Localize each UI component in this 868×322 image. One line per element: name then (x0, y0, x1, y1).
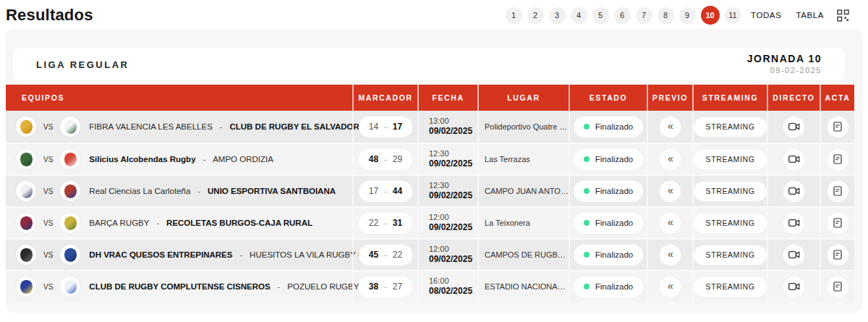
previo-button[interactable]: « (660, 181, 681, 202)
match-time: 12:00 (429, 212, 449, 222)
page-button-6[interactable]: 6 (614, 7, 631, 24)
previo-button[interactable]: « (660, 245, 681, 266)
match-time: 13:00 (429, 116, 449, 126)
page-button-5[interactable]: 5 (592, 7, 609, 24)
page-button-4[interactable]: 4 (571, 7, 587, 24)
directo-button[interactable] (783, 245, 804, 266)
previo-button[interactable]: « (660, 116, 681, 137)
video-camera-icon (788, 250, 800, 259)
streaming-cell: STREAMING (692, 144, 767, 174)
away-team-crest (64, 120, 77, 134)
status-dot-icon (584, 252, 590, 258)
streaming-button[interactable]: STREAMING (694, 150, 767, 169)
directo-button[interactable] (783, 149, 804, 170)
streaming-button[interactable]: STREAMING (694, 117, 767, 137)
top-bar: Resultados 1234567891011 TODAS TABLA (0, 0, 868, 29)
acta-button[interactable] (827, 116, 848, 137)
streaming-cell: STREAMING (692, 208, 767, 238)
document-icon (833, 186, 842, 196)
score-cell: 45 - 22 (352, 240, 417, 270)
acta-button[interactable] (827, 181, 848, 202)
acta-button[interactable] (827, 149, 848, 170)
status-badge: Finalizado (574, 116, 643, 137)
table-body: VS FIBRA VALENCIA LES ABELLES - CLUB DE … (6, 111, 854, 302)
page-button-3[interactable]: 3 (549, 7, 566, 24)
home-team-name: DH VRAC QUESOS ENTREPINARES (89, 250, 232, 259)
todas-button[interactable]: TODAS (751, 11, 781, 20)
score-cell: 14 - 17 (352, 111, 417, 143)
away-team-logo (60, 276, 80, 297)
page-button-2[interactable]: 2 (527, 7, 544, 24)
score-pill[interactable]: 17 - 44 (359, 181, 412, 202)
previo-button[interactable]: « (660, 149, 681, 170)
previo-cell: « (647, 176, 692, 206)
directo-button[interactable] (783, 213, 804, 234)
venue-cell: Las Terrazas (477, 144, 569, 174)
column-header-marcador: MARCADOR (352, 85, 417, 111)
acta-button[interactable] (827, 213, 848, 234)
column-header-directo: DIRECTO (767, 85, 820, 111)
away-score: 44 (393, 186, 402, 196)
away-team-crest (64, 280, 77, 294)
rewind-icon: « (668, 217, 673, 227)
streaming-button[interactable]: STREAMING (694, 277, 767, 297)
venue-cell: CAMPO JUAN ANTONIO ... (477, 176, 569, 206)
status-cell: Finalizado (569, 176, 647, 206)
away-team-logo (60, 213, 80, 233)
previo-button[interactable]: « (660, 213, 681, 234)
directo-button[interactable] (783, 276, 804, 297)
table-row: VS Silicius Alcobendas Rugby - AMPO ORDI… (6, 143, 854, 174)
page-button-10[interactable]: 10 (701, 6, 720, 25)
status-badge: Finalizado (574, 213, 643, 234)
previo-cell: « (647, 271, 692, 302)
page-button-1[interactable]: 1 (506, 7, 522, 24)
directo-button[interactable] (783, 116, 804, 137)
previo-button[interactable]: « (660, 276, 681, 297)
results-table: EQUIPOSMARCADORFECHALUGARESTADOPREVIOSTR… (6, 85, 854, 302)
video-camera-icon (788, 219, 800, 227)
date-cell: 12:00 09/02/2025 (417, 208, 477, 238)
teams-cell: VS FIBRA VALENCIA LES ABELLES - CLUB DE … (6, 111, 352, 143)
venue-name: CAMPO JUAN ANTONIO ... (485, 187, 569, 195)
score-separator: - (384, 219, 387, 227)
previo-cell: « (647, 208, 692, 238)
match-time: 12:30 (429, 148, 449, 158)
directo-cell (767, 111, 820, 143)
home-team-crest (20, 153, 33, 166)
page-button-9[interactable]: 9 (679, 7, 696, 24)
teams-separator: - (278, 282, 281, 291)
home-score: 48 (369, 154, 378, 164)
score-separator: - (384, 122, 387, 131)
acta-button[interactable] (827, 245, 848, 266)
streaming-button[interactable]: STREAMING (694, 182, 767, 201)
teams-cell: VS DH VRAC QUESOS ENTREPINARES - HUESITO… (6, 240, 352, 270)
status-text: Finalizado (595, 219, 633, 227)
score-pill[interactable]: 45 - 22 (359, 245, 412, 266)
score-pill[interactable]: 48 - 29 (359, 149, 412, 170)
page-button-11[interactable]: 11 (725, 7, 741, 24)
score-cell: 17 - 44 (352, 176, 417, 206)
teams-separator: - (239, 250, 242, 259)
away-team-crest (64, 248, 77, 262)
page-button-7[interactable]: 7 (636, 7, 652, 24)
home-team-name: Real Ciencias La Carloteña (89, 187, 190, 195)
tabla-button[interactable]: TABLA (796, 11, 824, 20)
score-pill[interactable]: 38 - 27 (359, 276, 412, 297)
home-team-crest (20, 216, 33, 230)
pagination-pages: 1234567891011 (503, 6, 744, 25)
away-team-name: RECOLETAS BURGOS-CAJA RURAL (166, 219, 312, 227)
streaming-button[interactable]: STREAMING (694, 213, 767, 233)
streaming-cell: STREAMING (692, 240, 767, 270)
acta-button[interactable] (827, 276, 848, 297)
directo-button[interactable] (783, 181, 804, 202)
streaming-button[interactable]: STREAMING (694, 245, 767, 265)
qr-code-button[interactable] (837, 9, 849, 22)
status-text: Finalizado (595, 187, 633, 195)
document-icon (833, 250, 842, 260)
teams-separator: - (203, 155, 206, 164)
status-cell: Finalizado (569, 111, 647, 143)
score-pill[interactable]: 14 - 17 (359, 116, 412, 137)
vs-label: VS (43, 219, 53, 227)
page-button-8[interactable]: 8 (658, 7, 674, 24)
score-pill[interactable]: 22 - 31 (359, 213, 412, 234)
